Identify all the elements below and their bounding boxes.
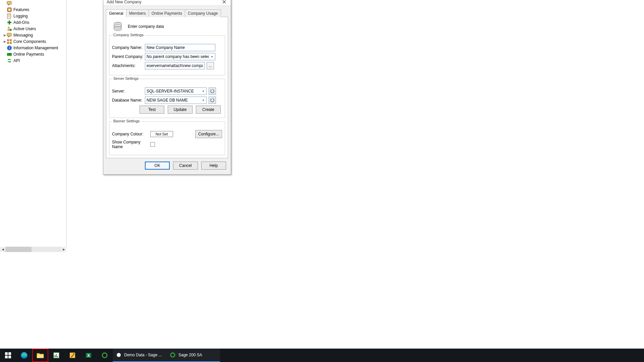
tree-item-addons[interactable]: Add-Ons (2, 19, 66, 25)
card-icon (7, 52, 12, 57)
feature-icon (7, 7, 12, 12)
test-button[interactable]: Test (140, 106, 164, 114)
start-button[interactable] (0, 349, 16, 362)
help-button[interactable]: Help (201, 162, 226, 170)
tree-item-label: Logging (13, 14, 28, 18)
tree-item-info-management[interactable]: i Information Management (2, 45, 66, 51)
tree-item-core-components[interactable]: ▶ Core Components (2, 38, 66, 45)
svg-point-44 (117, 353, 121, 357)
group-legend: Server Settings (112, 76, 140, 80)
svg-rect-35 (54, 355, 55, 357)
windows-icon (5, 352, 11, 358)
create-button[interactable]: Create (196, 106, 221, 114)
refresh-server-button[interactable] (209, 87, 216, 95)
taskbar-app-demo-data[interactable]: Demo Data - Sage ... (113, 349, 166, 362)
show-company-name-checkbox[interactable] (150, 142, 155, 147)
chevron-down-icon[interactable]: ▼ (200, 88, 206, 95)
browse-attachments-button[interactable]: ... (207, 62, 214, 69)
tab-members[interactable]: Members (126, 9, 149, 17)
tree-item-label: Add-Ons (13, 20, 29, 25)
components-icon (7, 39, 12, 44)
tree-item-label: Messaging (13, 33, 33, 38)
dialog-tabs: General Members Online Payments Company … (106, 9, 228, 17)
server-select[interactable]: SQL-SERVER-INSTANCE ▼ (145, 87, 207, 95)
configure-colour-button[interactable]: Configure... (195, 130, 222, 138)
expander-icon[interactable]: ▶ (3, 40, 7, 43)
taskbar-excel[interactable]: X (80, 349, 97, 362)
svg-rect-20 (7, 54, 12, 54)
tree-item-messaging[interactable]: ▶ Messaging (2, 32, 66, 38)
svg-point-11 (10, 29, 12, 31)
info-icon: i (7, 45, 12, 51)
parent-company-select[interactable]: No parent company has been selecte ▼ (145, 53, 215, 60)
refresh-icon (210, 89, 215, 94)
taskbar-app-2[interactable] (64, 349, 80, 362)
edge-icon (20, 352, 28, 359)
api-icon (7, 58, 12, 63)
expander-icon[interactable]: ▶ (3, 34, 7, 37)
svg-rect-31 (8, 356, 11, 358)
attachments-input[interactable] (145, 62, 205, 69)
scroll-right-icon[interactable]: ▶ (61, 247, 66, 252)
svg-text:X: X (87, 353, 90, 358)
taskbar-edge[interactable] (16, 349, 32, 362)
nav-tree-panel: Features Logging Add-Ons Active Users ▶ (0, 0, 66, 252)
chart-icon (53, 352, 60, 359)
company-name-input[interactable] (145, 44, 215, 51)
label-database-name: Database Name: (112, 98, 145, 103)
svg-rect-19 (7, 53, 12, 56)
cancel-button[interactable]: Cancel (173, 162, 198, 170)
tree-item-label: Online Payments (13, 52, 44, 57)
label-company-colour: Company Colour: (112, 132, 150, 136)
ok-button[interactable]: OK (145, 162, 170, 170)
label-parent-company: Parent Company: (112, 54, 145, 59)
svg-point-39 (73, 353, 74, 355)
taskbar-app-1[interactable] (48, 349, 64, 362)
taskbar-app-sage-200[interactable]: Sage 200 SA (166, 349, 220, 362)
taskbar-app-label: Demo Data - Sage ... (124, 353, 162, 357)
scroll-track[interactable] (5, 247, 61, 252)
svg-rect-28 (5, 352, 8, 355)
dialog-titlebar[interactable]: Add New Company (103, 0, 231, 6)
svg-rect-8 (7, 22, 11, 23)
label-server: Server: (112, 89, 145, 94)
scroll-thumb[interactable] (5, 247, 32, 252)
taskbar-gear-1[interactable] (97, 349, 113, 362)
tree-horizontal-scrollbar[interactable]: ◀ ▶ (0, 247, 66, 252)
svg-rect-0 (7, 1, 11, 4)
tree-item-active-users[interactable]: Active Users (2, 25, 66, 32)
svg-rect-3 (7, 14, 11, 18)
tree-item-logging[interactable]: Logging (2, 13, 66, 19)
refresh-database-button[interactable] (209, 97, 216, 104)
label-attachments: Attachments: (112, 63, 145, 68)
tab-general[interactable]: General (106, 9, 126, 17)
update-button[interactable]: Update (168, 106, 193, 114)
tree-item[interactable] (2, 0, 66, 6)
users-icon (7, 26, 12, 32)
svg-rect-13 (7, 39, 9, 41)
taskbar-file-explorer[interactable] (32, 349, 48, 362)
svg-rect-37 (57, 356, 58, 357)
gear-icon (170, 352, 176, 358)
tree-item-online-payments[interactable]: Online Payments (2, 51, 66, 57)
scroll-left-icon[interactable]: ◀ (0, 247, 5, 252)
tree-item-features[interactable]: Features (2, 6, 66, 13)
svg-point-46 (172, 354, 173, 356)
tab-company-usage[interactable]: Company Usage (185, 9, 221, 17)
database-select[interactable]: NEW SAGE DB NAME ▼ (145, 97, 207, 104)
taskbar-app-label: Sage 200 SA (178, 353, 202, 357)
chevron-down-icon[interactable]: ▼ (209, 53, 215, 60)
tree-item-label: Core Components (13, 39, 46, 44)
tree-item-api[interactable]: API (2, 57, 66, 64)
company-colour-swatch[interactable]: Not Set (150, 131, 173, 137)
nav-tree: Features Logging Add-Ons Active Users ▶ (0, 0, 66, 64)
svg-rect-30 (5, 356, 8, 358)
tree-item-label: Information Management (13, 46, 58, 50)
close-button[interactable] (217, 0, 231, 6)
chat-icon (7, 1, 12, 6)
svg-text:i: i (9, 46, 10, 50)
chevron-down-icon[interactable]: ▼ (200, 97, 206, 104)
tab-online-payments[interactable]: Online Payments (149, 9, 185, 17)
label-company-name: Company Name: (112, 45, 145, 50)
svg-rect-15 (7, 42, 9, 44)
